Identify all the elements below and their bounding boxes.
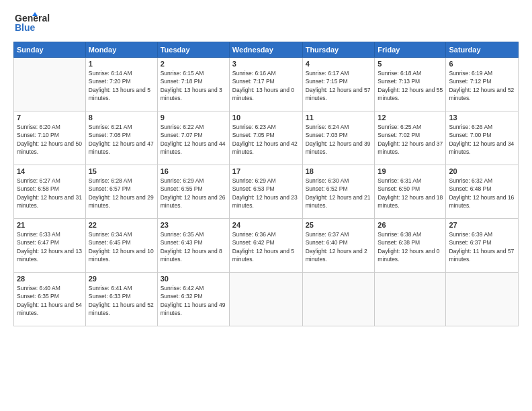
calendar-cell: 21Sunrise: 6:33 AMSunset: 6:47 PMDayligh…	[14, 219, 86, 273]
day-info: Sunrise: 6:34 AMSunset: 6:45 PMDaylight:…	[89, 230, 154, 263]
day-info: Sunrise: 6:36 AMSunset: 6:42 PMDaylight:…	[232, 230, 300, 263]
calendar-cell	[14, 58, 86, 111]
day-info: Sunrise: 6:27 AMSunset: 6:58 PMDaylight:…	[17, 177, 83, 210]
week-row-1: 1Sunrise: 6:14 AMSunset: 7:20 PMDaylight…	[14, 58, 519, 111]
calendar-cell	[302, 273, 375, 326]
calendar-cell: 19Sunrise: 6:31 AMSunset: 6:50 PMDayligh…	[375, 165, 446, 219]
day-info: Sunrise: 6:22 AMSunset: 7:07 PMDaylight:…	[161, 123, 226, 156]
day-number: 10	[232, 113, 300, 122]
calendar-cell: 4Sunrise: 6:17 AMSunset: 7:15 PMDaylight…	[302, 58, 375, 111]
weekday-friday: Friday	[375, 42, 446, 58]
day-number: 25	[306, 221, 372, 229]
day-number: 30	[161, 275, 226, 283]
weekday-monday: Monday	[85, 42, 157, 58]
page: General Blue SundayMondayTuesdayWednesda…	[0, 0, 532, 411]
calendar-cell: 3Sunrise: 6:16 AMSunset: 7:17 PMDaylight…	[229, 58, 302, 111]
day-info: Sunrise: 6:39 AMSunset: 6:37 PMDaylight:…	[449, 230, 515, 263]
calendar-cell: 1Sunrise: 6:14 AMSunset: 7:20 PMDaylight…	[85, 58, 157, 111]
calendar-cell: 10Sunrise: 6:23 AMSunset: 7:05 PMDayligh…	[229, 111, 302, 165]
calendar-cell: 13Sunrise: 6:26 AMSunset: 7:00 PMDayligh…	[446, 111, 519, 165]
day-number: 22	[89, 221, 154, 229]
day-number: 13	[449, 113, 515, 122]
calendar-cell: 2Sunrise: 6:15 AMSunset: 7:18 PMDaylight…	[157, 58, 229, 111]
day-number: 27	[449, 221, 515, 229]
day-number: 17	[232, 167, 300, 175]
day-info: Sunrise: 6:14 AMSunset: 7:20 PMDaylight:…	[89, 69, 154, 102]
day-number: 21	[17, 221, 83, 229]
calendar-cell: 6Sunrise: 6:19 AMSunset: 7:12 PMDaylight…	[446, 58, 519, 111]
calendar-cell: 16Sunrise: 6:29 AMSunset: 6:55 PMDayligh…	[157, 165, 229, 219]
day-info: Sunrise: 6:30 AMSunset: 6:52 PMDaylight:…	[306, 177, 372, 210]
calendar-cell	[446, 273, 519, 326]
day-number: 5	[378, 60, 443, 68]
day-number: 6	[449, 60, 515, 68]
calendar-cell: 30Sunrise: 6:42 AMSunset: 6:32 PMDayligh…	[157, 273, 229, 326]
calendar-cell: 11Sunrise: 6:24 AMSunset: 7:03 PMDayligh…	[302, 111, 375, 165]
calendar-table: SundayMondayTuesdayWednesdayThursdayFrid…	[13, 42, 519, 326]
day-number: 8	[89, 113, 154, 122]
week-row-3: 14Sunrise: 6:27 AMSunset: 6:58 PMDayligh…	[14, 165, 519, 219]
calendar-cell: 24Sunrise: 6:36 AMSunset: 6:42 PMDayligh…	[229, 219, 302, 273]
day-number: 23	[161, 221, 226, 229]
calendar-cell: 25Sunrise: 6:37 AMSunset: 6:40 PMDayligh…	[302, 219, 375, 273]
day-number: 18	[306, 167, 372, 175]
day-info: Sunrise: 6:29 AMSunset: 6:53 PMDaylight:…	[232, 177, 300, 210]
day-info: Sunrise: 6:21 AMSunset: 7:08 PMDaylight:…	[89, 123, 154, 156]
calendar-cell: 22Sunrise: 6:34 AMSunset: 6:45 PMDayligh…	[85, 219, 157, 273]
day-number: 28	[17, 275, 83, 283]
calendar-cell: 9Sunrise: 6:22 AMSunset: 7:07 PMDaylight…	[157, 111, 229, 165]
day-info: Sunrise: 6:29 AMSunset: 6:55 PMDaylight:…	[161, 177, 226, 210]
calendar-cell: 12Sunrise: 6:25 AMSunset: 7:02 PMDayligh…	[375, 111, 446, 165]
svg-text:Blue: Blue	[15, 22, 36, 33]
day-number: 12	[378, 113, 443, 122]
day-number: 20	[449, 167, 515, 175]
week-row-4: 21Sunrise: 6:33 AMSunset: 6:47 PMDayligh…	[14, 219, 519, 273]
day-info: Sunrise: 6:41 AMSunset: 6:33 PMDaylight:…	[89, 284, 154, 317]
day-info: Sunrise: 6:40 AMSunset: 6:35 PMDaylight:…	[17, 284, 83, 317]
day-number: 2	[161, 60, 226, 68]
calendar-cell: 29Sunrise: 6:41 AMSunset: 6:33 PMDayligh…	[85, 273, 157, 326]
calendar-cell: 27Sunrise: 6:39 AMSunset: 6:37 PMDayligh…	[446, 219, 519, 273]
day-number: 1	[89, 60, 154, 68]
day-info: Sunrise: 6:42 AMSunset: 6:32 PMDaylight:…	[161, 284, 226, 317]
calendar-cell: 15Sunrise: 6:28 AMSunset: 6:57 PMDayligh…	[85, 165, 157, 219]
day-number: 19	[378, 167, 443, 175]
calendar-cell: 17Sunrise: 6:29 AMSunset: 6:53 PMDayligh…	[229, 165, 302, 219]
calendar-cell: 26Sunrise: 6:38 AMSunset: 6:38 PMDayligh…	[375, 219, 446, 273]
calendar-cell: 8Sunrise: 6:21 AMSunset: 7:08 PMDaylight…	[85, 111, 157, 165]
calendar-cell: 23Sunrise: 6:35 AMSunset: 6:43 PMDayligh…	[157, 219, 229, 273]
weekday-tuesday: Tuesday	[157, 42, 229, 58]
day-info: Sunrise: 6:18 AMSunset: 7:13 PMDaylight:…	[378, 69, 443, 102]
calendar-cell: 20Sunrise: 6:32 AMSunset: 6:48 PMDayligh…	[446, 165, 519, 219]
day-number: 7	[17, 113, 83, 122]
day-number: 14	[17, 167, 83, 175]
calendar-cell: 18Sunrise: 6:30 AMSunset: 6:52 PMDayligh…	[302, 165, 375, 219]
weekday-wednesday: Wednesday	[229, 42, 302, 58]
weekday-thursday: Thursday	[302, 42, 375, 58]
weekday-sunday: Sunday	[14, 42, 86, 58]
logo: General Blue	[13, 11, 60, 35]
day-info: Sunrise: 6:23 AMSunset: 7:05 PMDaylight:…	[232, 123, 300, 156]
day-number: 24	[232, 221, 300, 229]
calendar-cell: 7Sunrise: 6:20 AMSunset: 7:10 PMDaylight…	[14, 111, 86, 165]
day-info: Sunrise: 6:33 AMSunset: 6:47 PMDaylight:…	[17, 230, 83, 263]
day-number: 29	[89, 275, 154, 283]
day-number: 26	[378, 221, 443, 229]
day-info: Sunrise: 6:35 AMSunset: 6:43 PMDaylight:…	[161, 230, 226, 263]
day-number: 16	[161, 167, 226, 175]
day-info: Sunrise: 6:17 AMSunset: 7:15 PMDaylight:…	[306, 69, 372, 102]
day-number: 11	[306, 113, 372, 122]
day-info: Sunrise: 6:15 AMSunset: 7:18 PMDaylight:…	[161, 69, 226, 102]
weekday-header-row: SundayMondayTuesdayWednesdayThursdayFrid…	[14, 42, 519, 58]
day-info: Sunrise: 6:28 AMSunset: 6:57 PMDaylight:…	[89, 177, 154, 210]
weekday-saturday: Saturday	[446, 42, 519, 58]
day-number: 3	[232, 60, 300, 68]
header: General Blue	[13, 11, 519, 35]
calendar-cell	[375, 273, 446, 326]
day-info: Sunrise: 6:16 AMSunset: 7:17 PMDaylight:…	[232, 69, 300, 102]
week-row-2: 7Sunrise: 6:20 AMSunset: 7:10 PMDaylight…	[14, 111, 519, 165]
day-number: 15	[89, 167, 154, 175]
day-info: Sunrise: 6:20 AMSunset: 7:10 PMDaylight:…	[17, 123, 83, 156]
day-number: 4	[306, 60, 372, 68]
day-info: Sunrise: 6:32 AMSunset: 6:48 PMDaylight:…	[449, 177, 515, 210]
